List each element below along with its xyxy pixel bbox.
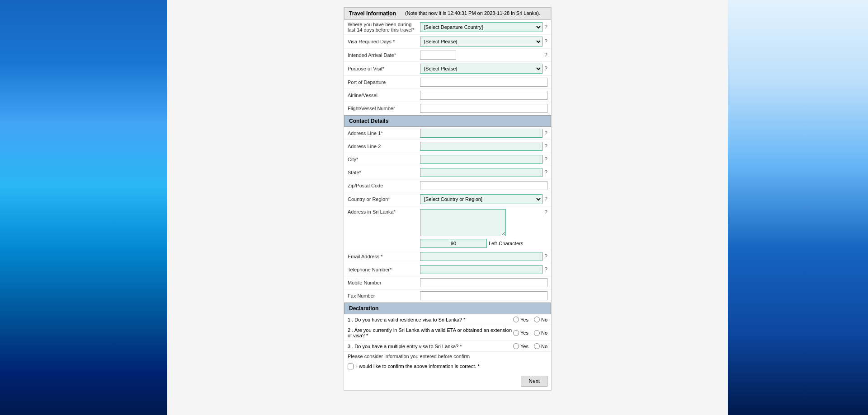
declaration-q2-yes-option: Yes: [513, 330, 528, 336]
next-button[interactable]: Next: [521, 376, 547, 387]
declaration-q1-no-option: No: [534, 317, 547, 322]
address-line2-label: Address Line 2: [348, 144, 420, 149]
flight-vessel-input[interactable]: [420, 104, 547, 113]
visa-required-label: Visa Required Days *: [348, 39, 420, 44]
zip-input[interactable]: [420, 181, 547, 190]
declaration-q3-options: Yes No: [513, 343, 547, 349]
telephone-input-area: [420, 265, 542, 274]
address-sri-lanka-row: Address in Sri Lanka* Left Characters ?: [344, 206, 551, 250]
city-help-icon[interactable]: ?: [544, 156, 547, 163]
port-departure-label: Port of Departure: [348, 79, 420, 85]
departure-country-input-area: [Select Departure Country]: [420, 22, 542, 32]
address-sri-lanka-input-area: Left Characters: [420, 209, 542, 248]
declaration-q2-no-radio[interactable]: [534, 330, 540, 336]
address-line1-input[interactable]: [420, 129, 542, 138]
departure-country-row: Where you have been during last 14 days …: [344, 20, 551, 35]
address-line2-row: Address Line 2 ?: [344, 140, 551, 153]
visa-required-row: Visa Required Days * [Select Please] ?: [344, 35, 551, 49]
port-departure-input-area: [420, 78, 547, 87]
declaration-q3-label: 3 . Do you have a multiple entry visa to…: [348, 344, 513, 349]
email-help-icon[interactable]: ?: [544, 253, 547, 260]
form-container: Travel Information (Note that now it is …: [344, 7, 552, 391]
city-row: City* ?: [344, 153, 551, 166]
declaration-q2-options: Yes No: [513, 330, 547, 336]
address-sri-lanka-textarea[interactable]: [420, 209, 506, 236]
visa-required-input-area: [Select Please]: [420, 37, 542, 47]
mobile-input[interactable]: [420, 278, 547, 287]
email-label: Email Address *: [348, 254, 420, 259]
country-row: Country or Region* [Select Country or Re…: [344, 192, 551, 206]
purpose-help-icon[interactable]: ?: [544, 65, 547, 72]
telephone-label: Telephone Number*: [348, 267, 420, 272]
airline-vessel-input[interactable]: [420, 91, 547, 100]
declaration-q2-no-option: No: [534, 330, 547, 336]
telephone-help-icon[interactable]: ?: [544, 266, 547, 273]
sri-lanka-help-icon[interactable]: ?: [544, 209, 547, 215]
left-sidebar: [0, 0, 167, 415]
fax-row: Fax Number: [344, 289, 551, 303]
declaration-q2-yes-radio[interactable]: [513, 330, 519, 336]
confirm-checkbox-label: I would like to confirm the above inform…: [356, 364, 480, 369]
address-line2-input[interactable]: [420, 142, 542, 151]
purpose-visit-label: Purpose of Visit*: [348, 66, 420, 71]
airline-vessel-row: Airline/Vessel: [344, 89, 551, 102]
mobile-input-area: [420, 278, 547, 287]
char-count-suffix: Characters: [499, 241, 523, 246]
address-line1-input-area: [420, 129, 542, 138]
country-select[interactable]: [Select Country or Region]: [420, 194, 542, 204]
flight-vessel-row: Flight/Vessel Number: [344, 102, 551, 115]
country-label: Country or Region*: [348, 196, 420, 202]
declaration-q1-options: Yes No: [513, 317, 547, 322]
declaration-q1-no-radio[interactable]: [534, 317, 540, 322]
declaration-q3-no-option: No: [534, 343, 547, 349]
departure-help-icon[interactable]: ?: [544, 24, 547, 30]
no-label-q3: No: [541, 344, 547, 349]
declaration-q3-yes-option: Yes: [513, 343, 528, 349]
state-help-icon[interactable]: ?: [544, 169, 547, 176]
arrival-date-input-area: [420, 51, 542, 60]
char-count-row: Left Characters: [420, 239, 523, 248]
declaration-q3-no-radio[interactable]: [534, 343, 540, 349]
yes-label-q2: Yes: [520, 330, 528, 336]
arrival-date-input[interactable]: [420, 51, 456, 60]
purpose-visit-select[interactable]: [Select Please]: [420, 64, 542, 74]
yes-label-q1: Yes: [520, 317, 528, 322]
telephone-input[interactable]: [420, 265, 542, 274]
section-header: Travel Information (Note that now it is …: [344, 7, 551, 20]
airline-vessel-input-area: [420, 91, 547, 100]
zip-label: Zip/Postal Code: [348, 183, 420, 188]
flight-vessel-input-area: [420, 104, 547, 113]
email-input[interactable]: [420, 252, 542, 261]
state-row: State* ?: [344, 166, 551, 179]
contact-details-header: Contact Details: [344, 115, 551, 127]
flight-vessel-label: Flight/Vessel Number: [348, 106, 420, 111]
no-label-q2: No: [541, 330, 547, 336]
visa-required-select[interactable]: [Select Please]: [420, 37, 542, 47]
port-departure-input[interactable]: [420, 78, 547, 87]
state-input[interactable]: [420, 168, 542, 177]
country-help-icon[interactable]: ?: [544, 196, 547, 202]
city-input[interactable]: [420, 155, 542, 164]
visa-help-icon[interactable]: ?: [544, 38, 547, 45]
mobile-row: Mobile Number: [344, 276, 551, 289]
departure-country-select[interactable]: [Select Departure Country]: [420, 22, 542, 32]
declaration-q3-row: 3 . Do you have a multiple entry visa to…: [344, 341, 551, 352]
arrival-help-icon[interactable]: ?: [544, 52, 547, 58]
confirm-checkbox[interactable]: [348, 364, 354, 369]
purpose-visit-row: Purpose of Visit* [Select Please] ?: [344, 62, 551, 76]
state-input-area: [420, 168, 542, 177]
declaration-q3-yes-radio[interactable]: [513, 343, 519, 349]
address-line2-input-area: [420, 142, 542, 151]
address2-help-icon[interactable]: ?: [544, 143, 547, 149]
email-row: Email Address * ?: [344, 250, 551, 263]
yes-label-q3: Yes: [520, 344, 528, 349]
address-sri-lanka-label: Address in Sri Lanka*: [348, 209, 420, 214]
main-content: Travel Information (Note that now it is …: [167, 0, 728, 415]
declaration-q1-yes-radio[interactable]: [513, 317, 519, 322]
address1-help-icon[interactable]: ?: [544, 130, 547, 136]
fax-input[interactable]: [420, 291, 547, 300]
fax-input-area: [420, 291, 547, 300]
char-count-input[interactable]: [420, 239, 487, 248]
city-label: City*: [348, 157, 420, 162]
city-input-area: [420, 155, 542, 164]
